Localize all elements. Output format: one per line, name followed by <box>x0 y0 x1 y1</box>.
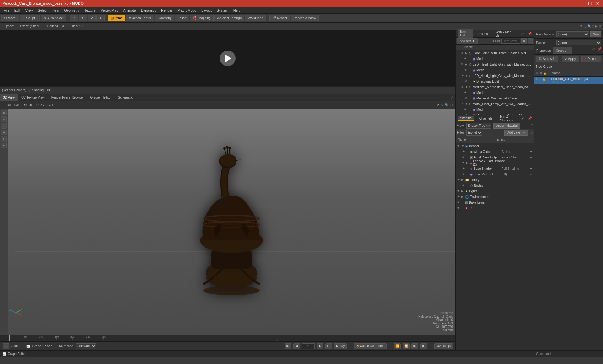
play-button[interactable]: ▶ Play <box>334 343 347 349</box>
menu-dynamics[interactable]: Dynamics <box>139 8 159 13</box>
next-frame-button[interactable]: ⏭ <box>325 343 332 349</box>
props-pin-icon[interactable]: 📌 <box>596 47 603 54</box>
tab-properties[interactable]: Properties <box>534 47 553 54</box>
groups-tab-add-icon[interactable]: + <box>567 49 569 52</box>
add-item-button[interactable]: Add Item ▼ <box>457 38 478 44</box>
eye-icon[interactable]: 👁 <box>461 74 465 77</box>
viewport-expand-icon[interactable]: ⤢ <box>449 95 455 99</box>
shade-item-alpha-output[interactable]: 👁 ▣ Alpha Output Alpha ▼ <box>456 149 534 154</box>
tree-item-led-grey[interactable]: 👁 ▼ ⬡ LED_Head_Light_Grey_with_Mannequ..… <box>456 73 534 78</box>
mode-model-button[interactable]: ⬡ Model <box>1 15 19 21</box>
frame-input[interactable]: 0 <box>302 343 315 349</box>
menu-vertex-map[interactable]: Vertex Map <box>98 8 121 13</box>
animated-select[interactable]: Animated <box>76 343 96 349</box>
viewport-settings-gear-icon[interactable]: ⚙ <box>436 103 439 107</box>
shading-pin-icon[interactable]: 📌 <box>528 116 532 120</box>
item-list-expand-icon[interactable]: ⤢ <box>521 32 524 36</box>
eye-icon[interactable]: 👁 <box>462 161 466 164</box>
shade-item-bake-items[interactable]: 👁 ▤ Bake Items <box>456 200 534 205</box>
transport-btn-4[interactable]: ⏭ <box>420 343 427 349</box>
3d-viewport[interactable]: Perspective Default Ray GL: Off ⚙ ⌂ 🔍 ⊡ … <box>0 101 455 335</box>
tab-channels[interactable]: Channels <box>477 116 495 121</box>
vp-btn-4[interactable]: ⊞ <box>1 130 7 135</box>
filter-select[interactable]: (none) <box>466 130 482 136</box>
menu-texture[interactable]: Texture <box>82 8 98 13</box>
shade-item-render[interactable]: 👁 ▼ ◉ Render <box>456 143 534 149</box>
audio-button[interactable]: ♪ <box>3 343 9 349</box>
eye-icon[interactable]: 👁 <box>457 206 461 210</box>
add-tab-button[interactable]: + <box>136 94 144 101</box>
filter-items-input[interactable] <box>501 39 520 44</box>
tree-item-mesh-4[interactable]: 👁 ▶ ▣ Mesh <box>456 107 534 112</box>
shading-body[interactable]: 👁 ▼ ◉ Render 👁 ▣ Alpha Output Alpha ▼ 👁 <box>456 143 534 350</box>
snapping-button[interactable]: 🧲 Snapping <box>190 15 213 21</box>
tab-vertex-map-list[interactable]: Vertex Map List <box>493 30 516 38</box>
eye-icon[interactable]: 👁 <box>461 85 465 88</box>
eye-icon[interactable]: 👁 <box>457 195 461 198</box>
tab-shading[interactable]: Shading <box>458 116 474 121</box>
tab-images[interactable]: Images <box>475 31 491 36</box>
eye-icon[interactable]: 👁 <box>461 63 465 66</box>
tab-groups[interactable]: Groups + <box>553 47 572 54</box>
render-window-button[interactable]: Render Window <box>291 15 319 21</box>
vp-btn-1[interactable]: ◉ <box>1 110 7 115</box>
eye-icon[interactable]: 👁 <box>462 150 466 153</box>
play-button[interactable] <box>220 51 236 66</box>
timeline[interactable]: 0 50 100 150 200 250 300 2 <box>0 335 455 341</box>
eye-icon[interactable]: 👁 <box>464 108 469 111</box>
tab-uv-texture[interactable]: UV Texture View <box>18 94 48 101</box>
shade-item-nodes[interactable]: 👁 ⬡ Nodes <box>456 183 534 188</box>
eye-icon[interactable]: 👁 <box>457 201 461 204</box>
render-button[interactable]: 🎬 Render <box>269 15 290 21</box>
effect-select-icon[interactable]: ▼ <box>530 150 533 153</box>
paused-label[interactable]: Paused <box>46 24 60 28</box>
props-expand-icon[interactable]: ⤢ <box>591 47 596 54</box>
tree-item-metal-floor-lamp[interactable]: 👁 ▶ ▣ Metal_Floor_Lamp_with_Two_Shades <box>456 112 534 115</box>
menu-view[interactable]: View <box>23 8 35 13</box>
apply-button[interactable]: ✓ Apply <box>562 56 579 62</box>
passes-select[interactable]: (none) <box>556 40 601 46</box>
menu-geometry[interactable]: Geometry <box>62 8 82 13</box>
tree-item-medieval-crane[interactable]: 👁 ▶ ▣ Medieval_Mechanical_Crane <box>456 95 534 101</box>
filter-clear-button[interactable]: F <box>528 38 533 44</box>
vp-btn-6[interactable]: ✦ <box>1 143 7 148</box>
items-button[interactable]: ▤ Items <box>108 15 125 21</box>
item-list-pin-icon[interactable]: 📌 <box>528 32 532 36</box>
effect-select-icon[interactable]: ▼ <box>530 173 533 176</box>
minimize-button[interactable]: — <box>579 1 585 6</box>
eye-icon[interactable]: 👁 <box>464 57 469 60</box>
tab-schematic[interactable]: Schematic <box>115 94 136 101</box>
eye-icon[interactable]: 👁 <box>464 80 469 83</box>
shade-item-library[interactable]: 👁 ▶ 📁 Library <box>456 177 534 183</box>
auto-add-button[interactable]: ☑ Auto Add <box>536 56 558 62</box>
effect-select-icon[interactable]: ▼ <box>530 167 533 170</box>
options-label[interactable]: Options <box>2 24 16 28</box>
menu-system[interactable]: System <box>214 8 231 13</box>
menu-render[interactable]: Render <box>159 8 175 13</box>
shade-item-base-shader[interactable]: 👁 ◈ Base Shader Full Shading ▼ <box>456 166 534 171</box>
close-button[interactable]: ✕ <box>594 1 600 6</box>
effect-label[interactable]: Effect: (Shadi... <box>18 24 43 28</box>
shader-tree-select[interactable]: Shader Tree <box>466 123 491 129</box>
graph-editor-label[interactable]: Graph Editor <box>32 344 51 348</box>
eye-icon[interactable]: 👁 <box>462 184 466 187</box>
menu-animate[interactable]: Animate <box>121 8 138 13</box>
cache-deformers-button[interactable]: ⚡ Cache Deformers <box>354 343 387 349</box>
graph-editor-bottom-label[interactable]: Graph Editor <box>8 352 26 356</box>
viewport-zoom-icon[interactable]: 🔍 <box>445 103 448 107</box>
viewport-fit-icon[interactable]: ⊡ <box>450 103 453 107</box>
tree-item-mesh-1[interactable]: 👁 ▶ ▣ Mesh <box>456 56 534 62</box>
transport-btn-2[interactable]: ⏩ <box>403 343 410 349</box>
tab-3d-view[interactable]: 3D View <box>0 94 18 101</box>
tab-info-stats[interactable]: Info & Statistics <box>497 115 516 123</box>
tree-item-mesh-3[interactable]: 👁 ▶ ▣ Mesh <box>456 90 534 95</box>
eye-icon[interactable]: 👁 <box>462 167 466 170</box>
menu-help[interactable]: Help <box>231 8 243 13</box>
tab-render-preset[interactable]: Render Preset Browser <box>48 94 87 101</box>
effect-select-icon[interactable]: ▼ <box>530 156 533 159</box>
select-through-button[interactable]: ⊙ Select Through <box>214 15 245 21</box>
tab-gradient-editor[interactable]: Gradient Editor <box>87 94 115 101</box>
eye-icon[interactable]: 👁 <box>461 51 465 55</box>
maximize-button[interactable]: ☐ <box>587 1 593 6</box>
eye-icon[interactable]: 👁 <box>462 173 466 176</box>
